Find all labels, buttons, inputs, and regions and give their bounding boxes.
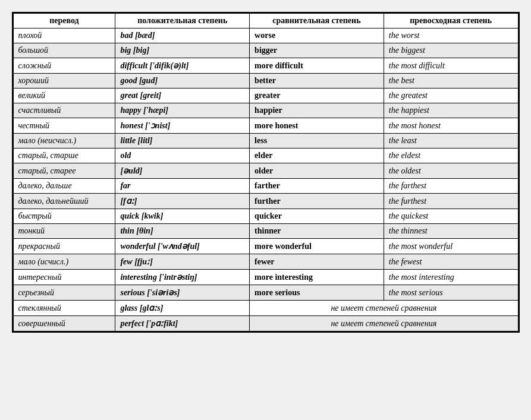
cell-translation: старый, старше — [13, 149, 115, 163]
cell-superlative: the oldest — [384, 163, 518, 179]
cell-comparative: worse — [250, 29, 384, 43]
header-translation: перевод — [13, 14, 115, 29]
cell-superlative: the most serious — [384, 285, 518, 301]
cell-positive: little [litl] — [115, 134, 250, 149]
cell-comparative: older — [250, 163, 384, 179]
cell-translation: великий — [13, 89, 115, 103]
cell-superlative: the greatest — [384, 89, 518, 103]
cell-positive: thin [θin] — [115, 224, 250, 239]
cell-merged-no-comparison: не имеет степеней сравнения — [250, 301, 518, 316]
cell-superlative: the best — [384, 74, 518, 89]
cell-comparative: more serious — [250, 285, 384, 301]
table-row: великийgreat [greit]greaterthe greatest — [13, 89, 518, 103]
cell-superlative: the least — [384, 134, 518, 149]
cell-superlative: the worst — [384, 29, 518, 43]
cell-translation: большой — [13, 43, 115, 58]
cell-superlative: the most difficult — [384, 58, 518, 74]
cell-positive: good [gud] — [115, 74, 250, 89]
cell-translation: мало (исчисл.) — [13, 254, 115, 270]
table-row: плохойbad [bæd]worsethe worst — [13, 29, 518, 43]
cell-translation: хороший — [13, 74, 115, 89]
table-row: стеклянныйglass [glɑːs]не имеет степеней… — [13, 301, 518, 316]
cell-comparative: more wonderful — [250, 239, 384, 254]
cell-positive: wonderful ['wʌndəful] — [115, 239, 250, 254]
header-comparative: сравнительная степень — [250, 14, 384, 29]
cell-positive: difficult ['difik(ə)lt] — [115, 58, 250, 74]
cell-comparative: less — [250, 134, 384, 149]
cell-superlative: the furthest — [384, 194, 518, 209]
cell-translation: далеко, дальнейший — [13, 194, 115, 209]
table-row: сложныйdifficult ['difik(ə)lt]more diffi… — [13, 58, 518, 74]
cell-positive: old — [115, 149, 250, 163]
cell-translation: счастливый — [13, 103, 115, 118]
cell-translation: честный — [13, 118, 115, 134]
cell-comparative: more interesting — [250, 270, 384, 285]
cell-comparative: further — [250, 194, 384, 209]
cell-translation: сложный — [13, 58, 115, 74]
cell-merged-no-comparison: не имеет степеней сравнения — [250, 316, 518, 331]
cell-superlative: the most wonderful — [384, 239, 518, 254]
table-row: большойbig [big]biggerthe biggest — [13, 43, 518, 58]
table-row: далеко, дальшеfarfartherthe farthest — [13, 179, 518, 194]
header-positive: положительная степень — [115, 14, 250, 29]
table-row: старый, старее[əuld]olderthe oldest — [13, 163, 518, 179]
cell-positive: [əuld] — [115, 163, 250, 179]
cell-superlative: the quickest — [384, 209, 518, 224]
cell-comparative: fewer — [250, 254, 384, 270]
table-row: серьезныйserious ['siəriəs]more serioust… — [13, 285, 518, 301]
cell-positive: great [greit] — [115, 89, 250, 103]
cell-positive: [fɑː] — [115, 194, 250, 209]
table-row: интересныйinteresting ['intrəstiŋ]more i… — [13, 270, 518, 285]
cell-translation: прекрасный — [13, 239, 115, 254]
table-row: честныйhonest ['ɔnist]more honestthe mos… — [13, 118, 518, 134]
cell-superlative: the most interesting — [384, 270, 518, 285]
cell-translation: совершенный — [13, 316, 115, 331]
cell-translation: плохой — [13, 29, 115, 43]
cell-positive: glass [glɑːs] — [115, 301, 250, 316]
table-row: тонкийthin [θin]thinnerthe thinnest — [13, 224, 518, 239]
cell-comparative: better — [250, 74, 384, 89]
cell-comparative: bigger — [250, 43, 384, 58]
header-superlative: превосходная степень — [384, 14, 518, 29]
cell-positive: big [big] — [115, 43, 250, 58]
cell-translation: интересный — [13, 270, 115, 285]
cell-positive: bad [bæd] — [115, 29, 250, 43]
cell-positive: happy ['hæpi] — [115, 103, 250, 118]
cell-comparative: greater — [250, 89, 384, 103]
table-row: прекрасныйwonderful ['wʌndəful]more wond… — [13, 239, 518, 254]
header-row: перевод положительная степень сравнитель… — [13, 14, 518, 29]
cell-superlative: the eldest — [384, 149, 518, 163]
cell-translation: далеко, дальше — [13, 179, 115, 194]
table-row: хорошийgood [gud]betterthe best — [13, 74, 518, 89]
cell-superlative: the farthest — [384, 179, 518, 194]
cell-translation: мало (неисчисл.) — [13, 134, 115, 149]
cell-positive: far — [115, 179, 250, 194]
cell-positive: perfect ['pɑːfikt] — [115, 316, 250, 331]
adjective-comparison-table: перевод положительная степень сравнитель… — [13, 13, 519, 331]
table-row: быстрыйquick [kwik]quickerthe quickest — [13, 209, 518, 224]
cell-comparative: farther — [250, 179, 384, 194]
cell-positive: honest ['ɔnist] — [115, 118, 250, 134]
cell-comparative: thinner — [250, 224, 384, 239]
cell-comparative: elder — [250, 149, 384, 163]
cell-comparative: quicker — [250, 209, 384, 224]
cell-superlative: the thinnest — [384, 224, 518, 239]
cell-superlative: the biggest — [384, 43, 518, 58]
cell-superlative: the most honest — [384, 118, 518, 134]
cell-translation: старый, старее — [13, 163, 115, 179]
cell-positive: interesting ['intrəstiŋ] — [115, 270, 250, 285]
table-row: совершенныйperfect ['pɑːfikt]не имеет ст… — [13, 316, 518, 331]
cell-comparative: happier — [250, 103, 384, 118]
comparison-table-wrapper: перевод положительная степень сравнитель… — [12, 12, 520, 333]
table-row: счастливыйhappy ['hæpi]happierthe happie… — [13, 103, 518, 118]
cell-positive: quick [kwik] — [115, 209, 250, 224]
table-row: старый, старшеoldelderthe eldest — [13, 149, 518, 163]
cell-translation: тонкий — [13, 224, 115, 239]
table-row: мало (исчисл.)few [fjuː]fewerthe fewest — [13, 254, 518, 270]
cell-comparative: more difficult — [250, 58, 384, 74]
table-row: далеко, дальнейший[fɑː]furtherthe furthe… — [13, 194, 518, 209]
cell-positive: serious ['siəriəs] — [115, 285, 250, 301]
cell-translation: стеклянный — [13, 301, 115, 316]
cell-superlative: the happiest — [384, 103, 518, 118]
cell-translation: серьезный — [13, 285, 115, 301]
